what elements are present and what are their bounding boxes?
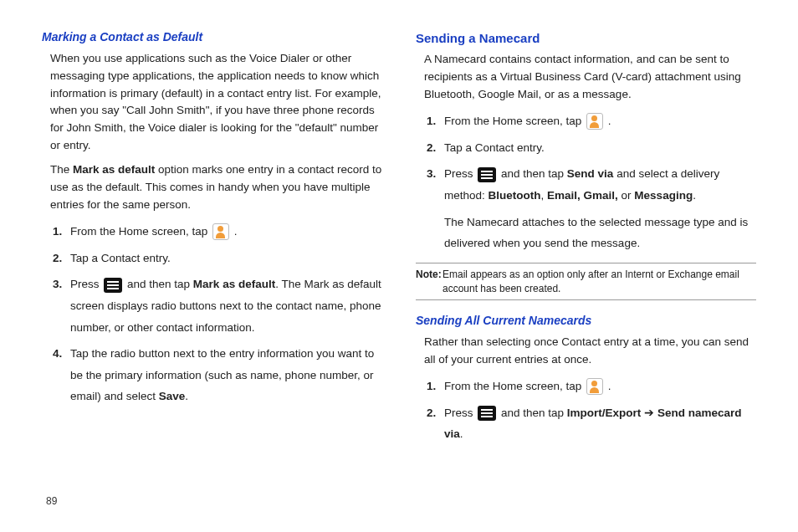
paragraph: The Namecard attaches to the selected me…	[444, 212, 756, 254]
text: and then tap	[127, 278, 193, 290]
text: .	[185, 390, 188, 402]
list-item: From the Home screen, tap .	[439, 376, 756, 397]
text: .	[608, 115, 611, 127]
list-item: Tap a Contact entry.	[439, 137, 756, 159]
text: .	[460, 427, 463, 440]
text-bold: Mark as default	[73, 163, 155, 176]
list-item: Tap the radio button next to the entry i…	[65, 343, 382, 407]
steps-list: From the Home screen, tap . Tap a Contac…	[416, 110, 756, 254]
arrow-icon: ➔	[641, 407, 657, 419]
menu-icon	[478, 167, 496, 182]
text: .	[234, 225, 238, 238]
text-bold: Save	[159, 390, 186, 402]
paragraph: Rather than selecting once Contact entry…	[416, 334, 756, 369]
text: From the Home screen, tap	[444, 115, 585, 127]
list-item: From the Home screen, tap .	[439, 110, 756, 132]
menu-icon	[104, 278, 122, 293]
manual-page: Marking a Contact as Default When you us…	[0, 0, 798, 505]
text-bold: Import/Export	[567, 407, 642, 419]
left-column: Marking a Contact as Default When you us…	[42, 28, 382, 497]
heading-sending-namecard: Sending a Namecard	[416, 28, 756, 48]
text: ,	[541, 189, 548, 202]
text: From the Home screen, tap	[70, 225, 211, 238]
list-item: Tap a Contact entry.	[65, 248, 382, 269]
list-item: Press and then tap Import/Export ➔ Send …	[439, 402, 756, 445]
list-item: From the Home screen, tap .	[65, 221, 382, 243]
text: and then tap	[501, 167, 567, 180]
text: .	[608, 380, 611, 392]
text-bold: Bluetooth	[489, 189, 541, 202]
contacts-icon	[586, 113, 603, 130]
menu-icon	[478, 406, 496, 421]
text-bold: Messaging	[634, 189, 693, 202]
text-bold: Email, Gmail,	[547, 189, 618, 202]
right-column: Sending a Namecard A Namecard contains c…	[416, 28, 756, 497]
list-item: Press and then tap Send via and select a…	[439, 163, 756, 254]
text: or	[618, 189, 635, 202]
heading-mark-default: Marking a Contact as Default	[42, 28, 382, 47]
paragraph: The Mark as default option marks one ent…	[42, 161, 382, 214]
text-bold: Mark as default	[193, 278, 275, 290]
page-number: 89	[46, 495, 57, 507]
text-bold: Send via	[567, 167, 614, 180]
text: Press	[444, 407, 476, 419]
contacts-icon	[586, 378, 603, 395]
text: Tap the radio button next to the entry i…	[70, 347, 374, 402]
paragraph: When you use applications such as the Vo…	[42, 50, 382, 156]
text: The	[50, 163, 73, 176]
contacts-icon	[212, 223, 229, 240]
note-label: Note:	[416, 268, 442, 282]
steps-list: From the Home screen, tap . Tap a Contac…	[42, 221, 382, 407]
steps-list: From the Home screen, tap . Press and th…	[416, 376, 756, 445]
text: and then tap	[501, 407, 567, 419]
text: .	[693, 189, 696, 202]
paragraph: A Namecard contains contact information,…	[416, 51, 756, 104]
text: From the Home screen, tap	[444, 380, 585, 392]
heading-sending-all-namecards: Sending All Current Namecards	[416, 312, 756, 330]
list-item: Press and then tap Mark as default. The …	[65, 274, 382, 338]
note-body: Email appears as an option only after an…	[416, 268, 756, 296]
text: Press	[444, 167, 476, 180]
note-block: Note: Email appears as an option only af…	[416, 263, 756, 301]
text: Press	[70, 278, 102, 290]
